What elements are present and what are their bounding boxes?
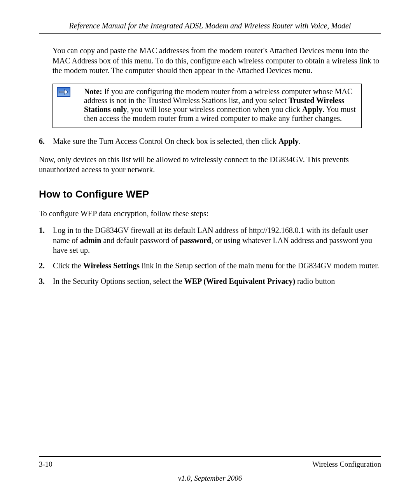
s1-bold2: password bbox=[180, 236, 211, 245]
arrow-right-icon bbox=[57, 87, 70, 97]
footer-rule bbox=[39, 456, 381, 457]
wep-step-1: 1. Log in to the DG834GV firewall at its… bbox=[39, 226, 381, 256]
wep-steps-list: 1. Log in to the DG834GV firewall at its… bbox=[39, 226, 381, 286]
s3-seg2: radio button bbox=[295, 277, 335, 285]
note-seg2: , you will lose your wireless connection… bbox=[127, 105, 302, 114]
step-text: Log in to the DG834GV firewall at its de… bbox=[53, 226, 381, 256]
step-6-list: 6. Make sure the Turn Access Control On … bbox=[39, 136, 381, 147]
section-name: Wireless Configuration bbox=[312, 460, 381, 469]
note-bold2: Apply bbox=[302, 105, 322, 114]
note-label: Note: bbox=[84, 87, 102, 96]
step-text: Click the Wireless Settings link in the … bbox=[53, 261, 381, 271]
step6-seg1: Make sure the Turn Access Control On che… bbox=[53, 137, 278, 145]
s2-bold1: Wireless Settings bbox=[83, 261, 140, 270]
wep-intro: To configure WEP data encryption, follow… bbox=[39, 209, 381, 219]
step-number: 2. bbox=[39, 261, 53, 271]
step-text: Make sure the Turn Access Control On che… bbox=[53, 136, 381, 147]
step-6: 6. Make sure the Turn Access Control On … bbox=[39, 136, 381, 147]
s2-seg1: Click the bbox=[53, 261, 83, 270]
after-step6-para: Now, only devices on this list will be a… bbox=[39, 155, 381, 175]
note-icon-cell bbox=[53, 84, 80, 128]
s3-seg1: In the Security Options section, select … bbox=[53, 277, 184, 285]
page-footer: 3-10 Wireless Configuration v1.0, Septem… bbox=[39, 456, 381, 483]
s1-bold1: admin bbox=[80, 236, 101, 245]
step-number: 3. bbox=[39, 276, 53, 287]
footer-version: v1.0, September 2006 bbox=[39, 474, 381, 483]
s3-bold1: WEP (Wired Equivalent Privacy) bbox=[184, 277, 295, 285]
step-number: 1. bbox=[39, 226, 53, 256]
step6-seg2: . bbox=[299, 137, 301, 145]
note-callout: Note: If you are configuring the modem r… bbox=[52, 84, 362, 128]
intro-paragraph: You can copy and paste the MAC addresses… bbox=[52, 46, 381, 76]
step6-bold1: Apply bbox=[278, 137, 299, 145]
step-text: In the Security Options section, select … bbox=[53, 276, 381, 287]
section-heading-wep: How to Configure WEP bbox=[39, 188, 381, 200]
step-number: 6. bbox=[39, 136, 53, 147]
s2-seg2: link in the Setup section of the main me… bbox=[140, 261, 379, 270]
wep-step-3: 3. In the Security Options section, sele… bbox=[39, 276, 381, 287]
page-number: 3-10 bbox=[39, 460, 52, 469]
s1-seg2: and default password of bbox=[101, 236, 180, 245]
page: Reference Manual for the Integrated ADSL… bbox=[0, 0, 420, 504]
header-rule bbox=[39, 33, 381, 34]
running-head: Reference Manual for the Integrated ADSL… bbox=[39, 21, 381, 30]
note-text: Note: If you are configuring the modem r… bbox=[80, 84, 362, 128]
wep-step-2: 2. Click the Wireless Settings link in t… bbox=[39, 261, 381, 271]
